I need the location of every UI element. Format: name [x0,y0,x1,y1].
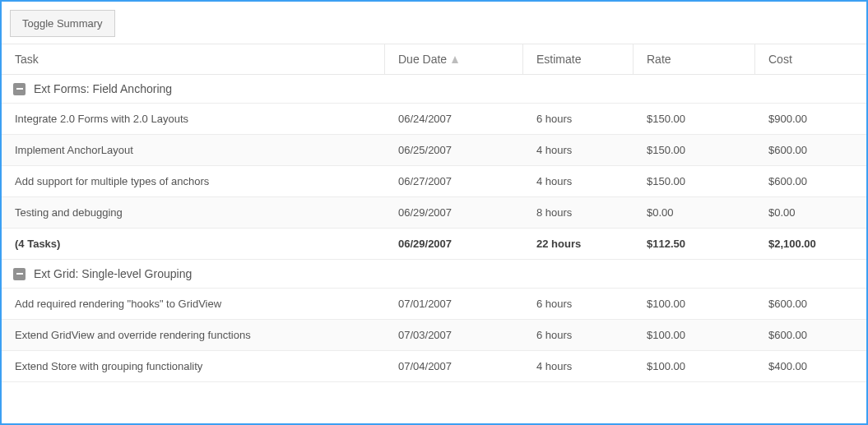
cell-est: 6 hours [523,289,634,319]
column-header-row: Task Due Date Estimate Rate Cost [2,44,866,75]
summary-rate: $112.50 [634,229,755,259]
group-title: Ext Grid: Single-level Grouping [34,267,192,280]
table-row[interactable]: Implement AnchorLayout 06/25/2007 4 hour… [2,135,866,166]
cell-rate: $0.00 [634,197,755,228]
cell-task: Add required rendering "hooks" to GridVi… [2,289,385,319]
cell-due: 07/04/2007 [385,351,523,381]
table-row[interactable]: Add required rendering "hooks" to GridVi… [2,289,866,320]
column-header-due-date[interactable]: Due Date [385,44,523,74]
summary-task: (4 Tasks) [2,229,385,259]
sort-ascending-icon [452,56,458,63]
cell-due: 07/03/2007 [385,320,523,350]
cell-due: 06/29/2007 [385,197,523,228]
toggle-summary-button[interactable]: Toggle Summary [10,10,115,37]
cell-rate: $150.00 [634,135,755,165]
cell-due: 07/01/2007 [385,289,523,319]
collapse-icon[interactable] [13,268,26,280]
cell-cost: $900.00 [755,104,866,134]
cell-cost: $0.00 [755,197,866,228]
cell-est: 6 hours [523,320,634,350]
column-header-est-label: Estimate [536,53,581,66]
toolbar: Toggle Summary [2,2,866,44]
summary-est: 22 hours [523,229,634,259]
cell-task: Extend Store with grouping functionality [2,351,385,381]
cell-rate: $150.00 [634,166,755,196]
column-header-task[interactable]: Task [2,44,385,74]
grid-panel: Toggle Summary Task Due Date Estimate Ra… [0,0,868,425]
cell-task: Testing and debugging [2,197,385,228]
summary-cost: $2,100.00 [755,229,866,259]
table-row[interactable]: Testing and debugging 06/29/2007 8 hours… [2,197,866,229]
collapse-icon[interactable] [13,83,26,95]
cell-est: 4 hours [523,351,634,381]
cell-due: 06/27/2007 [385,166,523,196]
grid-body[interactable]: Ext Forms: Field Anchoring Integrate 2.0… [2,75,866,423]
cell-cost: $600.00 [755,166,866,196]
group-header[interactable]: Ext Grid: Single-level Grouping [2,260,866,289]
cell-task: Add support for multiple types of anchor… [2,166,385,196]
cell-rate: $100.00 [634,351,755,381]
column-header-estimate[interactable]: Estimate [523,44,634,74]
cell-cost: $600.00 [755,289,866,319]
column-header-cost-label: Cost [768,53,792,66]
cell-task: Integrate 2.0 Forms with 2.0 Layouts [2,104,385,134]
summary-due: 06/29/2007 [385,229,523,259]
cell-cost: $600.00 [755,320,866,350]
cell-est: 6 hours [523,104,634,134]
cell-task: Extend GridView and override rendering f… [2,320,385,350]
column-header-cost[interactable]: Cost [755,44,866,74]
column-header-task-label: Task [15,53,39,66]
table-row[interactable]: Extend Store with grouping functionality… [2,351,866,382]
cell-est: 4 hours [523,135,634,165]
cell-rate: $150.00 [634,104,755,134]
group-title: Ext Forms: Field Anchoring [34,82,172,95]
group-header[interactable]: Ext Forms: Field Anchoring [2,75,866,104]
cell-due: 06/25/2007 [385,135,523,165]
cell-rate: $100.00 [634,320,755,350]
cell-due: 06/24/2007 [385,104,523,134]
cell-est: 4 hours [523,166,634,196]
table-row[interactable]: Integrate 2.0 Forms with 2.0 Layouts 06/… [2,104,866,135]
cell-cost: $600.00 [755,135,866,165]
scroll-spacer [2,382,866,423]
cell-task: Implement AnchorLayout [2,135,385,165]
cell-est: 8 hours [523,197,634,228]
column-header-rate-label: Rate [647,53,671,66]
cell-cost: $400.00 [755,351,866,381]
group-summary-row: (4 Tasks) 06/29/2007 22 hours $112.50 $2… [2,229,866,260]
column-header-rate[interactable]: Rate [634,44,755,74]
cell-rate: $100.00 [634,289,755,319]
table-row[interactable]: Extend GridView and override rendering f… [2,320,866,351]
table-row[interactable]: Add support for multiple types of anchor… [2,166,866,197]
column-header-due-label: Due Date [398,53,447,66]
